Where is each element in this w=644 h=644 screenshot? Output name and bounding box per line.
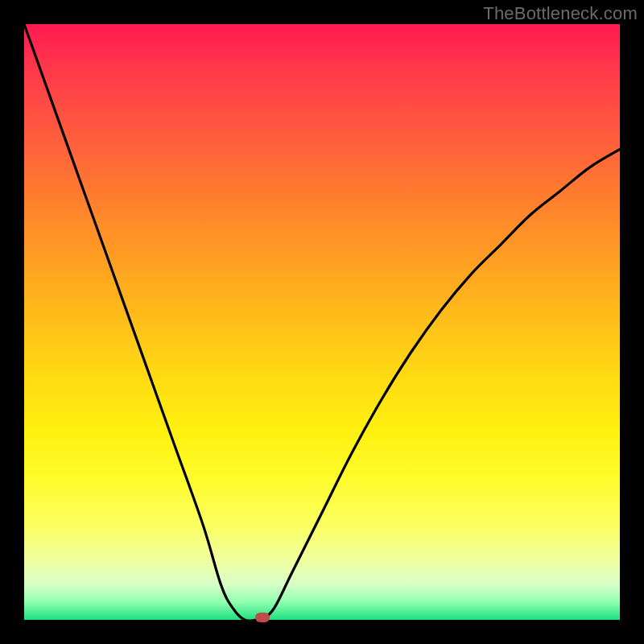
plot-area [24, 24, 620, 620]
curve-svg [24, 24, 620, 620]
bottleneck-curve-left [24, 24, 262, 620]
chart-frame: TheBottleneck.com [0, 0, 644, 644]
watermark-text: TheBottleneck.com [483, 3, 638, 24]
optimum-marker [255, 613, 270, 622]
bottleneck-curve-right [262, 149, 620, 620]
